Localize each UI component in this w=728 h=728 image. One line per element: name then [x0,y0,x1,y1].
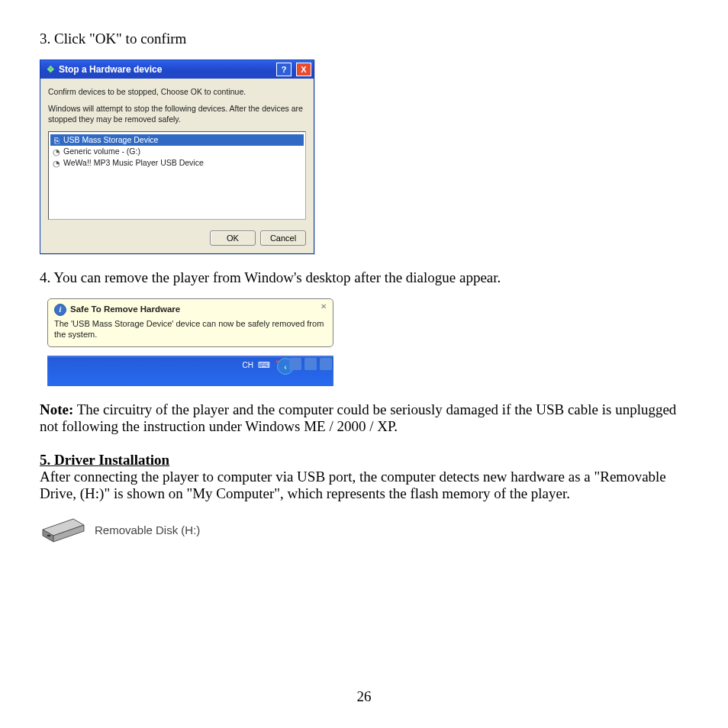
tray-icon-3 [320,358,332,370]
device-listbox[interactable]: ⎘ USB Mass Storage Device ◔ Generic volu… [48,131,306,220]
balloon-title: Safe To Remove Hardware [70,304,180,316]
hardware-icon: ❖ [45,64,56,75]
stop-hardware-dialog: ❖ Stop a Hardware device ? X Confirm dev… [40,60,314,254]
list-item[interactable]: ◔ WeWa!! MP3 Music Player USB Device [50,157,304,169]
tray-icon-1 [289,358,301,370]
list-item[interactable]: ◔ Generic volume - (G:) [50,146,304,157]
close-button[interactable]: X [296,63,311,76]
keyboard-icon: ⌨ [258,360,269,370]
list-item-label: WeWa!! MP3 Music Player USB Device [63,157,204,169]
dialog-instruction-1: Confirm devices to be stopped, Choose OK… [48,86,306,97]
list-item-label: Generic volume - (G:) [63,146,140,157]
removable-disk-label: Removable Disk (H:) [95,523,200,536]
dialog-title: Stop a Hardware device [59,64,272,75]
safe-remove-balloon: ✕ i Safe To Remove Hardware The 'USB Mas… [47,298,333,348]
step-3-text: 3. Click "OK" to confirm [40,31,690,47]
removable-disk-row: Removable Disk (H:) [40,516,690,545]
note-text: The circuitry of the player and the comp… [40,401,676,434]
balloon-close-icon[interactable]: ✕ [318,301,329,312]
tray-icons-group [289,358,332,370]
note-paragraph: Note: The circuitry of the player and th… [40,401,690,435]
removable-disk-icon [40,516,87,545]
balloon-body: The 'USB Mass Storage Device' device can… [54,318,327,341]
volume-icon: ◔ [51,147,62,156]
dialog-instruction-2: Windows will attempt to stop the followi… [48,103,306,124]
cancel-button[interactable]: Cancel [260,230,306,246]
help-button[interactable]: ? [276,63,292,76]
list-item[interactable]: ⎘ USB Mass Storage Device [50,134,304,146]
info-icon: i [54,304,66,316]
driver-installation-text: After connecting the player to computer … [40,469,690,502]
drive-icon: ◔ [51,158,62,168]
ime-label: CH [243,361,253,369]
svg-point-3 [47,534,51,536]
note-label: Note: [40,401,73,417]
dialog-titlebar[interactable]: ❖ Stop a Hardware device ? X [40,60,314,79]
driver-installation-heading: 5. Driver Installation [40,452,690,469]
usb-device-icon: ⎘ [51,135,62,145]
page-number: 26 [0,688,728,705]
ok-button[interactable]: OK [210,230,256,246]
step-4-text: 4. You can remove the player from Window… [40,269,690,286]
list-item-label: USB Mass Storage Device [63,134,158,146]
tray-icon-2 [304,358,317,370]
safe-remove-balloon-wrap: ✕ i Safe To Remove Hardware The 'USB Mas… [47,298,333,386]
